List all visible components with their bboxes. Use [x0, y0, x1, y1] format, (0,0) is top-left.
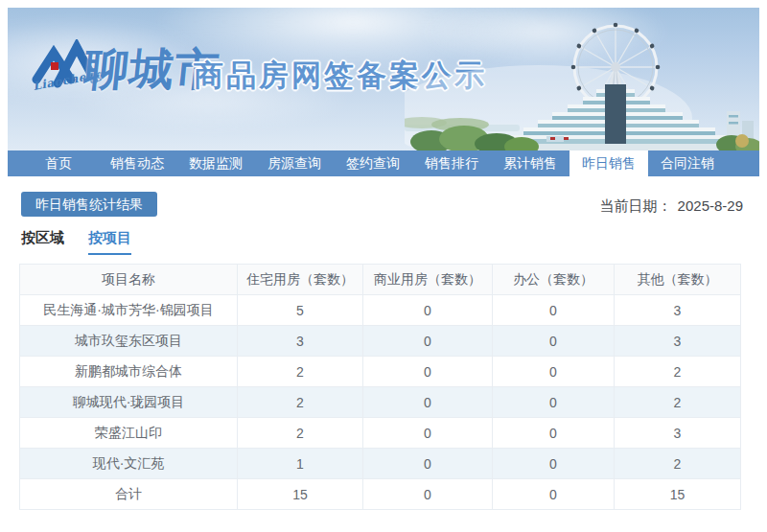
- count-cell: 0: [493, 326, 615, 357]
- count-cell: 0: [493, 387, 615, 418]
- count-cell: 0: [363, 387, 493, 418]
- count-cell: 0: [493, 295, 615, 326]
- sales-table: 项目名称住宅用房（套数）商业用房（套数）办公（套数）其他（套数） 民生海通·城市…: [19, 264, 741, 510]
- count-cell: 3: [615, 295, 741, 326]
- count-cell: 1: [238, 449, 363, 479]
- project-name-cell: 新鹏都城市综合体: [20, 357, 238, 387]
- header-banner: Liaocheng 聊城市 商品房网签备案公示: [8, 8, 759, 150]
- banner-photo-ferris-wheel: [405, 8, 759, 150]
- view-tabs: 按区域按项目: [21, 229, 155, 255]
- nav-item-yesterday-sales[interactable]: 昨日销售: [569, 150, 648, 176]
- nav-item-data-monitor[interactable]: 数据监测: [176, 150, 255, 176]
- table-row: 聊城现代·珑园项目2002: [20, 387, 741, 418]
- tab-by-region[interactable]: 按区域: [21, 229, 64, 255]
- table-row: 荣盛江山印2003: [20, 418, 741, 449]
- count-cell: 15: [615, 479, 741, 510]
- count-cell: 0: [493, 357, 615, 387]
- table-row: 合计150015: [20, 479, 741, 510]
- table-row: 城市玖玺东区项目3003: [20, 326, 741, 357]
- column-header: 其他（套数）: [615, 265, 741, 295]
- column-header: 项目名称: [20, 265, 238, 295]
- current-date-value: 2025-8-29: [678, 197, 743, 214]
- nav-item-sales-ranking[interactable]: 销售排行: [412, 150, 491, 176]
- project-name-cell: 荣盛江山印: [20, 418, 238, 449]
- project-name-cell: 合计: [20, 479, 238, 510]
- yesterday-sales-result-button[interactable]: 昨日销售统计结果: [21, 192, 157, 217]
- count-cell: 0: [363, 479, 493, 510]
- count-cell: 0: [493, 418, 615, 449]
- count-cell: 3: [615, 326, 741, 357]
- count-cell: 0: [363, 357, 493, 387]
- project-name-cell: 城市玖玺东区项目: [20, 326, 238, 357]
- table-body: 民生海通·城市芳华·锦园项目5003城市玖玺东区项目3003新鹏都城市综合体20…: [20, 295, 741, 510]
- count-cell: 2: [615, 357, 741, 387]
- count-cell: 0: [493, 449, 615, 479]
- project-name-cell: 现代·文汇苑: [20, 449, 238, 479]
- count-cell: 15: [238, 479, 363, 510]
- current-date: 当前日期：2025-8-29: [600, 197, 743, 216]
- nav-item-sales-trends[interactable]: 销售动态: [98, 150, 176, 176]
- nav-item-contract-cancel[interactable]: 合同注销: [648, 150, 727, 176]
- nav-bar: 首页销售动态数据监测房源查询签约查询销售排行累计销售昨日销售合同注销: [8, 150, 759, 176]
- count-cell: 0: [363, 326, 493, 357]
- nav-item-total-sales[interactable]: 累计销售: [491, 150, 569, 176]
- column-header: 住宅用房（套数）: [238, 265, 363, 295]
- count-cell: 3: [238, 326, 363, 357]
- table-row: 民生海通·城市芳华·锦园项目5003: [20, 295, 741, 326]
- count-cell: 2: [238, 357, 363, 387]
- table-row: 新鹏都城市综合体2002: [20, 357, 741, 387]
- count-cell: 5: [238, 295, 363, 326]
- tab-by-project[interactable]: 按项目: [88, 229, 131, 255]
- nav-item-listing-query[interactable]: 房源查询: [255, 150, 334, 176]
- count-cell: 0: [363, 295, 493, 326]
- count-cell: 3: [615, 418, 741, 449]
- count-cell: 2: [238, 387, 363, 418]
- column-header: 办公（套数）: [493, 265, 615, 295]
- count-cell: 2: [615, 449, 741, 479]
- count-cell: 2: [615, 387, 741, 418]
- project-name-cell: 聊城现代·珑园项目: [20, 387, 238, 418]
- nav-item-signing-query[interactable]: 签约查询: [334, 150, 412, 176]
- column-header: 商业用房（套数）: [363, 265, 493, 295]
- count-cell: 0: [493, 479, 615, 510]
- count-cell: 0: [363, 418, 493, 449]
- current-date-label: 当前日期：: [600, 197, 672, 214]
- count-cell: 0: [363, 449, 493, 479]
- table-row: 现代·文汇苑1002: [20, 449, 741, 479]
- nav-item-home[interactable]: 首页: [19, 150, 98, 176]
- table-header-row: 项目名称住宅用房（套数）商业用房（套数）办公（套数）其他（套数）: [20, 265, 741, 295]
- count-cell: 2: [238, 418, 363, 449]
- project-name-cell: 民生海通·城市芳华·锦园项目: [20, 295, 238, 326]
